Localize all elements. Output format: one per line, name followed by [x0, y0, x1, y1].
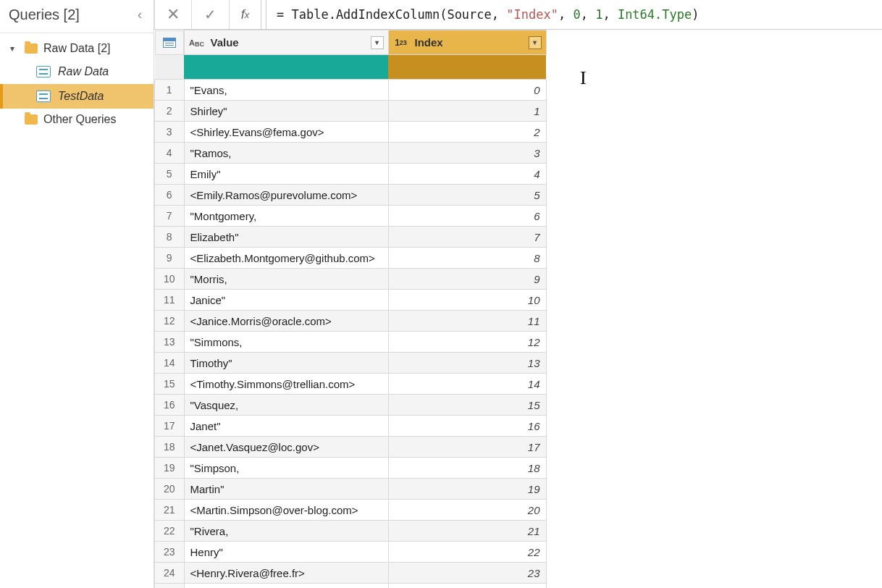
table-row[interactable]: 19"Simpson,18 [155, 458, 547, 479]
cell-value[interactable]: Emily" [184, 164, 388, 185]
cell-index[interactable]: 6 [388, 206, 546, 227]
row-number[interactable]: 12 [155, 311, 185, 332]
row-number[interactable]: 4 [155, 143, 185, 164]
cell-index[interactable]: 3 [388, 143, 546, 164]
formula-input[interactable]: = Table.AddIndexColumn(Source, "Index", … [266, 0, 882, 29]
row-number[interactable]: 25 [155, 584, 185, 589]
row-number[interactable]: 3 [155, 122, 185, 143]
table-row[interactable]: 18<Janet.Vasquez@loc.gov>17 [155, 437, 547, 458]
cell-value[interactable]: "Martinez, [184, 584, 388, 589]
row-number[interactable]: 8 [155, 227, 185, 248]
cell-value[interactable]: "Rivera, [184, 521, 388, 542]
cell-index[interactable]: 13 [388, 353, 546, 374]
table-row[interactable]: 23Henry"22 [155, 542, 547, 563]
query-item-testdata[interactable]: TestData [0, 84, 154, 109]
column-filter-button[interactable]: ▾ [371, 36, 384, 49]
table-row[interactable]: 20Martin"19 [155, 479, 547, 500]
row-number[interactable]: 16 [155, 395, 185, 416]
table-row[interactable]: 25"Martinez,24 [155, 584, 547, 589]
cell-value[interactable]: Henry" [184, 542, 388, 563]
cell-index[interactable]: 7 [388, 227, 546, 248]
table-row[interactable]: 6<Emily.Ramos@purevolume.com>5 [155, 185, 547, 206]
row-number[interactable]: 21 [155, 500, 185, 521]
cell-value[interactable]: <Timothy.Simmons@trellian.com> [184, 374, 388, 395]
table-row[interactable]: 7"Montgomery,6 [155, 206, 547, 227]
table-row[interactable]: 14Timothy"13 [155, 353, 547, 374]
accept-formula-button[interactable]: ✓ [192, 0, 230, 29]
cell-index[interactable]: 16 [388, 416, 546, 437]
cell-index[interactable]: 0 [388, 80, 546, 101]
table-row[interactable]: 17Janet"16 [155, 416, 547, 437]
row-number[interactable]: 6 [155, 185, 185, 206]
table-row[interactable]: 22"Rivera,21 [155, 521, 547, 542]
fx-icon[interactable]: fx [230, 0, 261, 29]
table-row[interactable]: 4"Ramos,3 [155, 143, 547, 164]
cell-index[interactable]: 22 [388, 542, 546, 563]
cell-index[interactable]: 5 [388, 185, 546, 206]
cell-value[interactable]: Martin" [184, 479, 388, 500]
cell-index[interactable]: 14 [388, 374, 546, 395]
cell-value[interactable]: "Evans, [184, 80, 388, 101]
cell-index[interactable]: 20 [388, 500, 546, 521]
cell-value[interactable]: "Ramos, [184, 143, 388, 164]
cell-value[interactable]: <Emily.Ramos@purevolume.com> [184, 185, 388, 206]
column-header-value[interactable]: Value ▾ [184, 30, 388, 55]
cell-index[interactable]: 23 [388, 563, 546, 584]
cell-value[interactable]: "Simpson, [184, 458, 388, 479]
row-number[interactable]: 1 [155, 80, 185, 101]
row-number[interactable]: 22 [155, 521, 185, 542]
table-row[interactable]: 13"Simmons,12 [155, 332, 547, 353]
cell-index[interactable]: 24 [388, 584, 546, 589]
column-filter-button[interactable]: ▾ [529, 36, 542, 49]
table-row[interactable]: 1"Evans,0 [155, 80, 547, 101]
table-row[interactable]: 12<Janice.Morris@oracle.com>11 [155, 311, 547, 332]
cell-index[interactable]: 21 [388, 521, 546, 542]
cell-value[interactable]: Timothy" [184, 353, 388, 374]
cell-value[interactable]: "Montgomery, [184, 206, 388, 227]
cell-value[interactable]: <Shirley.Evans@fema.gov> [184, 122, 388, 143]
row-number[interactable]: 2 [155, 101, 185, 122]
query-item-raw-data[interactable]: Raw Data [0, 59, 154, 84]
cell-value[interactable]: <Henry.Rivera@free.fr> [184, 563, 388, 584]
table-row[interactable]: 21<Martin.Simpson@over-blog.com>20 [155, 500, 547, 521]
cell-index[interactable]: 10 [388, 290, 546, 311]
row-number[interactable]: 5 [155, 164, 185, 185]
cancel-formula-button[interactable]: ✕ [154, 0, 192, 29]
row-number[interactable]: 17 [155, 416, 185, 437]
cell-value[interactable]: <Janet.Vasquez@loc.gov> [184, 437, 388, 458]
cell-index[interactable]: 19 [388, 479, 546, 500]
row-number[interactable]: 13 [155, 332, 185, 353]
cell-index[interactable]: 11 [388, 311, 546, 332]
row-number[interactable]: 19 [155, 458, 185, 479]
cell-value[interactable]: <Martin.Simpson@over-blog.com> [184, 500, 388, 521]
table-row[interactable]: 9<Elizabeth.Montgomery@github.com>8 [155, 248, 547, 269]
cell-value[interactable]: Elizabeth" [184, 227, 388, 248]
cell-index[interactable]: 12 [388, 332, 546, 353]
row-number[interactable]: 9 [155, 248, 185, 269]
cell-value[interactable]: <Janice.Morris@oracle.com> [184, 311, 388, 332]
cell-index[interactable]: 17 [388, 437, 546, 458]
table-row[interactable]: 5Emily"4 [155, 164, 547, 185]
cell-value[interactable]: "Simmons, [184, 332, 388, 353]
row-number[interactable]: 14 [155, 353, 185, 374]
cell-value[interactable]: "Morris, [184, 269, 388, 290]
cell-index[interactable]: 9 [388, 269, 546, 290]
table-select-all[interactable] [155, 30, 184, 55]
cell-index[interactable]: 4 [388, 164, 546, 185]
cell-value[interactable]: Shirley" [184, 101, 388, 122]
cell-value[interactable]: Janet" [184, 416, 388, 437]
cell-index[interactable]: 18 [388, 458, 546, 479]
table-row[interactable]: 2Shirley"1 [155, 101, 547, 122]
table-row[interactable]: 11Janice"10 [155, 290, 547, 311]
row-number[interactable]: 11 [155, 290, 185, 311]
row-number[interactable]: 10 [155, 269, 185, 290]
cell-index[interactable]: 1 [388, 101, 546, 122]
table-row[interactable]: 10"Morris,9 [155, 269, 547, 290]
cell-index[interactable]: 8 [388, 248, 546, 269]
table-row[interactable]: 3<Shirley.Evans@fema.gov>2 [155, 122, 547, 143]
row-number[interactable]: 20 [155, 479, 185, 500]
row-number[interactable]: 23 [155, 542, 185, 563]
collapse-sidebar-button[interactable]: ‹ [135, 6, 145, 24]
column-header-index[interactable]: 123 Index ▾ [388, 30, 546, 55]
cell-value[interactable]: Janice" [184, 290, 388, 311]
